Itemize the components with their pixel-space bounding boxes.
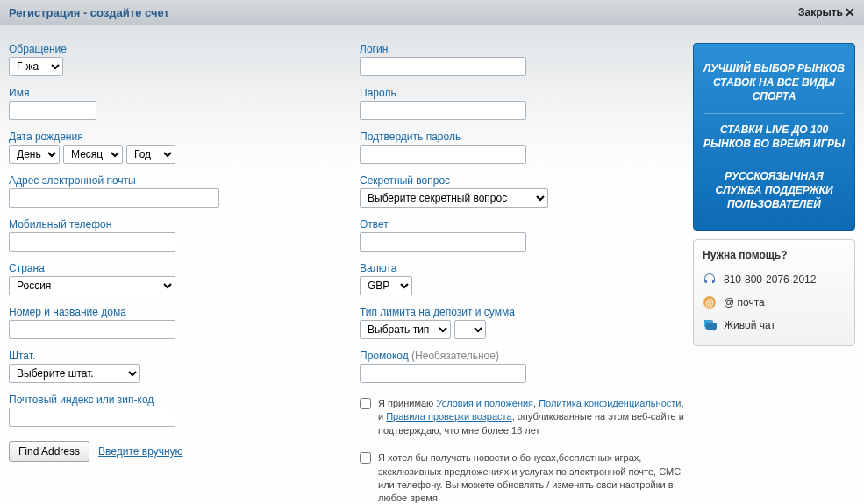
promo-field: Промокод (Необязательное) [360,350,684,383]
help-phone-row[interactable]: 810-800-2076-2012 [703,268,846,291]
dob-day-select[interactable]: День [9,145,60,164]
main-content: Обращение Г-жа Имя Дата рождения День Ме… [0,25,864,504]
answer-label: Ответ [360,218,684,231]
help-title: Нужна помощь? [703,249,846,261]
email-field: Адрес электронной почты [9,174,333,208]
promo-label: Промокод (Необязательное) [360,350,684,362]
promo-input[interactable] [360,364,526,383]
currency-label: Валюта [360,262,684,274]
promo-label-text: Промокод [360,350,409,362]
help-box: Нужна помощь? 810-800-2076-2012 @ @ почт… [693,239,855,346]
promo-item-1: ЛУЧШИЙ ВЫБОР РЫНКОВ СТАВОК НА ВСЕ ВИДЫ С… [701,53,847,113]
limit-label: Тип лимита на депозит и сумма [360,306,684,318]
name-field: Имя [9,87,333,120]
state-label: Штат. [9,350,333,362]
country-field: Страна Россия [9,262,333,295]
optin-checkbox[interactable] [360,452,371,464]
mobile-label: Мобильный телефон [9,218,333,231]
secret-question-label: Секретный вопрос [360,174,684,187]
optin-text: Я хотел бы получать новости о бонусах,бе… [378,451,684,504]
terms-checkbox[interactable] [360,398,371,409]
currency-select[interactable]: GBP [360,276,412,295]
terms-link[interactable]: Условия и положения [436,398,533,408]
salutation-field: Обращение Г-жа [9,43,333,76]
login-field: Логин [360,43,684,76]
privacy-link[interactable]: Политика конфиденциальности [539,398,681,408]
limit-type-select[interactable]: Выбрать тип [360,320,451,339]
password-field: Пароль [360,87,684,120]
country-select[interactable]: Россия [9,276,175,295]
house-field: Номер и название дома [9,306,333,339]
dob-label: Дата рождения [9,131,333,143]
postcode-field: Почтовый индекс или зип-код [9,394,333,427]
house-input[interactable] [9,320,175,339]
password-label: Пароль [360,87,684,99]
promo-optional-text: (Необязательное) [411,350,499,362]
promo-item-3: РУССКОЯЗЫЧНАЯ СЛУЖБА ПОДДЕРЖКИ ПОЛЬЗОВАТ… [701,160,847,221]
email-icon: @ [703,295,717,309]
left-column: Обращение Г-жа Имя Дата рождения День Ме… [9,43,333,504]
password-input[interactable] [360,101,526,120]
dob-field: Дата рождения День Месяц Год [9,131,333,164]
confirm-password-label: Подтвердить пароль [360,131,684,143]
terms-text: Я принимаю Условия и положения, Политика… [378,397,684,437]
close-button[interactable]: Закрыть ✕ [798,5,855,19]
secret-question-select[interactable]: Выберите секретный вопрос [360,188,548,208]
country-label: Страна [9,262,333,274]
help-email-row[interactable]: @ @ почта [703,291,846,314]
answer-field: Ответ [360,218,684,252]
email-label: Адрес электронной почты [9,174,333,187]
login-input[interactable] [360,57,526,76]
help-chat-row[interactable]: Живой чат [703,314,846,337]
postcode-label: Почтовый индекс или зип-код [9,394,333,406]
confirm-password-input[interactable] [360,145,526,164]
terms-row: Я принимаю Условия и положения, Политика… [360,397,684,437]
find-address-button[interactable]: Find Address [9,441,89,462]
name-input[interactable] [9,101,96,120]
sidebar: ЛУЧШИЙ ВЫБОР РЫНКОВ СТАВОК НА ВСЕ ВИДЫ С… [693,43,855,504]
right-column: Логин Пароль Подтвердить пароль Секретны… [360,43,684,504]
confirm-password-field: Подтвердить пароль [360,131,684,164]
salutation-select[interactable]: Г-жа [9,57,63,76]
mobile-input[interactable] [9,232,175,252]
limit-amount-select[interactable] [454,320,486,339]
optin-row: Я хотел бы получать новости о бонусах,бе… [360,451,684,504]
salutation-label: Обращение [9,43,333,55]
postcode-input[interactable] [9,408,175,427]
state-field: Штат. Выберите штат. [9,350,333,383]
close-label: Закрыть [798,6,843,18]
svg-text:@: @ [705,298,714,308]
mobile-field: Мобильный телефон [9,218,333,252]
house-label: Номер и название дома [9,306,333,318]
help-phone-text: 810-800-2076-2012 [724,273,816,286]
manual-enter-link[interactable]: Введите вручную [98,445,183,458]
help-chat-text: Живой чат [724,319,775,331]
email-input[interactable] [9,188,219,208]
answer-input[interactable] [360,232,526,252]
header-bar: Регистрация - создайте счет Закрыть ✕ [0,0,864,25]
currency-field: Валюта GBP [360,262,684,295]
page-title: Регистрация - создайте счет [9,6,169,19]
close-icon: ✕ [845,5,855,19]
secret-question-field: Секретный вопрос Выберите секретный вопр… [360,174,684,208]
login-label: Логин [360,43,684,55]
dob-month-select[interactable]: Месяц [63,145,123,164]
name-label: Имя [9,87,333,99]
promo-item-2: СТАВКИ LIVE ДО 100 РЫНКОВ ВО ВРЕМЯ ИГРЫ [701,114,847,160]
help-email-text: @ почта [724,296,765,309]
dob-year-select[interactable]: Год [126,145,175,164]
promo-box: ЛУЧШИЙ ВЫБОР РЫНКОВ СТАВОК НА ВСЕ ВИДЫ С… [693,43,855,231]
headset-icon [703,273,717,287]
age-verify-link[interactable]: Правила проверки возраста [386,411,511,422]
state-select[interactable]: Выберите штат. [9,364,140,383]
find-address-row: Find Address Введите вручную [9,441,333,462]
limit-field: Тип лимита на депозит и сумма Выбрать ти… [360,306,684,339]
registration-form: Обращение Г-жа Имя Дата рождения День Ме… [9,43,684,504]
chat-icon [703,318,717,332]
